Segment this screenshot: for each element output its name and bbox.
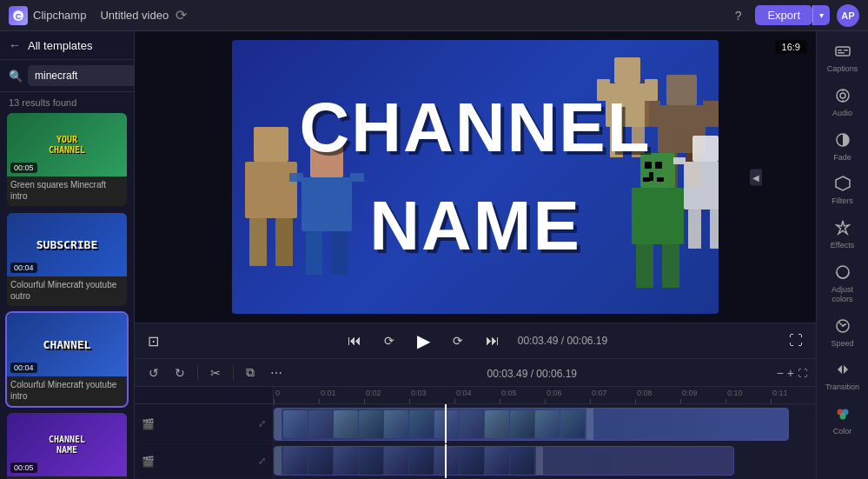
- svg-rect-9: [658, 105, 706, 153]
- audio-frame: [308, 447, 333, 475]
- template-label-1: Green squares Minecraft intro: [7, 176, 127, 206]
- clip-frame: [535, 410, 560, 438]
- svg-rect-2: [614, 57, 640, 83]
- svg-rect-25: [688, 210, 701, 249]
- preview-characters: [232, 40, 719, 314]
- export-dropdown-button[interactable]: ▾: [812, 5, 830, 25]
- collapse-panel-button[interactable]: ◀: [750, 169, 762, 185]
- clip-handle-left[interactable]: [275, 409, 282, 440]
- template-duration-4: 00:05: [10, 462, 37, 473]
- clip-frame: [460, 410, 484, 438]
- redo-button[interactable]: ↻: [169, 363, 190, 383]
- user-avatar[interactable]: AP: [837, 4, 859, 27]
- cut-button[interactable]: ✂: [205, 363, 226, 383]
- transition-icon: [835, 362, 851, 381]
- audio-frame: [409, 447, 434, 475]
- ruler-tick-8: 0:08: [635, 387, 653, 403]
- audio-clip-handle-right[interactable]: [536, 447, 543, 475]
- right-tool-captions[interactable]: Captions: [820, 38, 865, 79]
- skip-forward-button[interactable]: ⏭: [481, 331, 504, 350]
- captions-icon: [835, 43, 851, 63]
- ruler-tick-6: 0:06: [545, 387, 562, 403]
- right-tool-filters[interactable]: Filters: [820, 170, 865, 211]
- timeline-track-audio: 🎬 ⤢: [135, 444, 816, 479]
- right-tool-effects[interactable]: Effects: [820, 215, 865, 256]
- svg-rect-15: [632, 188, 684, 244]
- svg-rect-37: [331, 231, 348, 275]
- svg-point-44: [837, 90, 849, 102]
- timecode-center: 00:03.49 / 00:06.19: [293, 365, 772, 381]
- clip-frame: [560, 410, 585, 438]
- svg-marker-49: [836, 176, 850, 190]
- audio-clip-handle-left[interactable]: [275, 447, 282, 475]
- color-icon: [835, 406, 851, 425]
- timeline-track-video: 🎬 ⤢: [135, 404, 816, 444]
- ruler-tick-7: 0:07: [590, 387, 607, 403]
- clip-frame: [434, 410, 459, 438]
- undo-button[interactable]: ↺: [143, 363, 164, 383]
- template-card-2[interactable]: SUBSCRIBE 00:04 Colourful Minecraft yout…: [7, 213, 127, 306]
- zoom-out-button[interactable]: −: [777, 366, 784, 380]
- help-button[interactable]: ?: [728, 5, 749, 26]
- ruler-tick-11: 0:11: [771, 387, 788, 403]
- audio-clip-frames: [282, 447, 536, 475]
- track-content-video: [274, 404, 816, 443]
- track-expand-icon[interactable]: ⤢: [258, 418, 266, 429]
- crop-control-button[interactable]: ⊡: [143, 331, 163, 351]
- video-clip-1[interactable]: [274, 408, 789, 441]
- templates-list: YOURCHANNEL 00:05 Green squares Minecraf…: [0, 113, 134, 479]
- duplicate-button[interactable]: ⧉: [241, 363, 260, 383]
- svg-text:C: C: [16, 11, 22, 20]
- template-card-4[interactable]: CHANNELNAME 00:05 Purple Minecraft youtu…: [7, 413, 127, 479]
- right-tool-audio[interactable]: Audio: [820, 83, 865, 123]
- more-options-button[interactable]: ⋯: [265, 363, 288, 383]
- audio-clip-1[interactable]: [274, 446, 734, 476]
- ruler-tick-2: 0:02: [364, 387, 381, 403]
- left-sidebar: ← All templates 🔍 ⊞ 13 results found YOU…: [0, 31, 135, 479]
- svg-point-54: [839, 414, 845, 420]
- track-expand-icon-2[interactable]: ⤢: [258, 456, 266, 467]
- template-card-3[interactable]: CHANNEL 00:04 Colourful Minecraft youtub…: [7, 313, 127, 406]
- play-button[interactable]: ▶: [413, 329, 434, 353]
- svg-rect-42: [844, 50, 848, 51]
- clip-handle-right[interactable]: [586, 409, 593, 440]
- back-button[interactable]: ←: [9, 38, 21, 52]
- track-label-audio: 🎬 ⤢: [135, 444, 274, 478]
- svg-rect-26: [710, 210, 719, 249]
- svg-rect-31: [245, 162, 297, 218]
- audio-frame: [334, 447, 358, 475]
- right-tool-color[interactable]: Color: [820, 401, 865, 442]
- forward-button[interactable]: ⟳: [448, 332, 467, 349]
- speed-icon: [835, 318, 851, 337]
- audio-track-icon: 🎬: [142, 456, 155, 468]
- fade-icon: [835, 132, 851, 151]
- expand-button[interactable]: ⛶: [785, 331, 807, 350]
- right-tool-fade[interactable]: Fade: [820, 127, 865, 168]
- svg-rect-39: [350, 173, 364, 182]
- zoom-in-button[interactable]: +: [787, 366, 794, 380]
- svg-rect-13: [703, 101, 719, 127]
- search-input[interactable]: [28, 65, 135, 86]
- right-tool-speed[interactable]: Speed: [820, 313, 865, 354]
- audio-frame: [283, 447, 308, 475]
- video-title[interactable]: Untitled video: [100, 9, 169, 22]
- effects-label: Effects: [831, 241, 854, 250]
- timeline-ruler: 00:010:020:030:040:050:060:070:080:090:1…: [135, 387, 816, 404]
- right-tool-transition[interactable]: Transition: [820, 356, 865, 397]
- right-tool-adjust-colors[interactable]: Adjust colors: [820, 259, 865, 309]
- svg-rect-24: [684, 162, 719, 210]
- zoom-fit-button[interactable]: ⛶: [798, 368, 807, 378]
- svg-rect-8: [666, 75, 697, 105]
- export-button[interactable]: Export: [755, 5, 812, 25]
- toolbar-separator-2: [233, 365, 234, 381]
- template-card-1[interactable]: YOURCHANNEL 00:05 Green squares Minecraf…: [7, 113, 127, 206]
- playhead-track-line-2: [445, 444, 447, 478]
- svg-rect-27: [673, 157, 686, 164]
- rewind-button[interactable]: ⟳: [380, 332, 399, 349]
- ruler-tick-0: 0: [274, 387, 280, 403]
- svg-rect-40: [836, 47, 850, 56]
- template-thumb-3: CHANNEL 00:04: [7, 313, 127, 376]
- skip-back-button[interactable]: ⏮: [343, 331, 366, 350]
- svg-rect-21: [643, 177, 650, 182]
- svg-rect-23: [692, 136, 719, 162]
